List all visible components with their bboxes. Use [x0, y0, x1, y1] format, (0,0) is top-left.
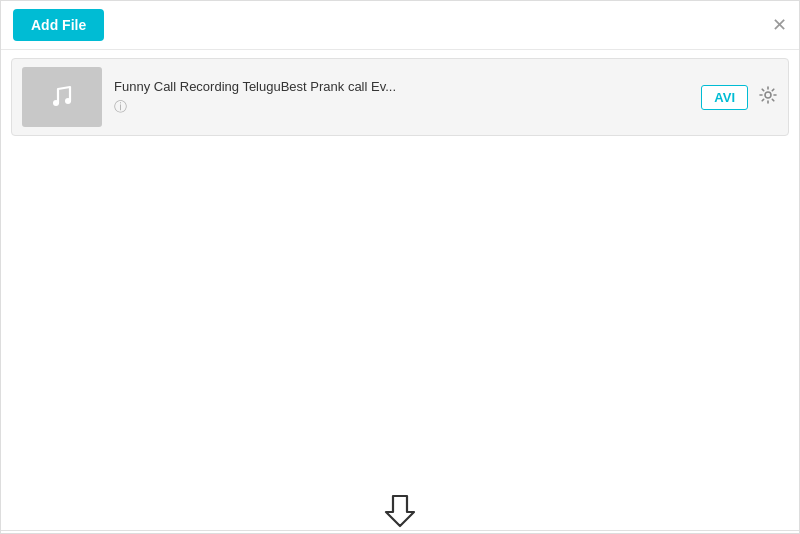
svg-point-3 [765, 92, 771, 98]
format-badge-button[interactable]: AVI [701, 85, 748, 110]
arrow-area [1, 480, 799, 530]
add-file-button[interactable]: Add File [13, 9, 104, 41]
file-list: Funny Call Recording TeluguBest Prank ca… [1, 50, 799, 144]
down-arrow-icon [380, 490, 420, 530]
svg-rect-0 [44, 79, 80, 115]
top-bar: Add File ✕ [1, 1, 799, 50]
main-content [1, 144, 799, 480]
file-item: Funny Call Recording TeluguBest Prank ca… [11, 58, 789, 136]
settings-icon[interactable] [758, 85, 778, 110]
file-name: Funny Call Recording TeluguBest Prank ca… [114, 79, 689, 94]
file-info: Funny Call Recording TeluguBest Prank ca… [114, 79, 689, 116]
music-icon [44, 79, 80, 115]
info-icon[interactable]: ⓘ [114, 98, 689, 116]
svg-point-2 [65, 98, 71, 104]
close-button[interactable]: ✕ [772, 16, 787, 34]
svg-marker-4 [386, 496, 414, 526]
svg-point-1 [53, 100, 59, 106]
file-thumbnail [22, 67, 102, 127]
format-bar: MP4MOVMKVAVIM4VFLVWMVWEBMVOBMPG3GPGIFYou… [1, 530, 799, 534]
file-actions: AVI [701, 85, 778, 110]
